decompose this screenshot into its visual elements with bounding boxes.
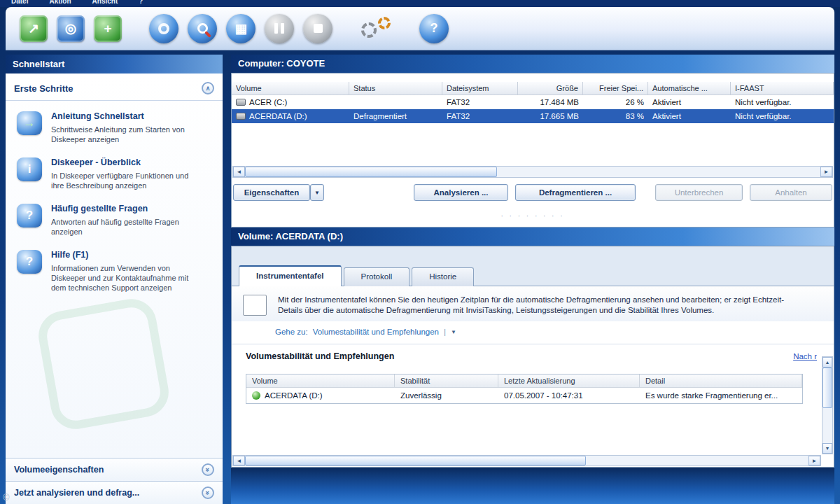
expand-button[interactable]: » (202, 486, 214, 499)
sidebar-section-erste-schritte[interactable]: Erste Schritte ∧ (6, 74, 223, 101)
item-text: Anleitung Schnellstart Schrittweise Anle… (51, 111, 195, 144)
stop-button: Anhalten (750, 184, 832, 201)
sidebar-title: Schnellstart (6, 55, 223, 74)
tab-historie[interactable]: Historie (412, 267, 474, 286)
volume-detail-panel: Instrumententafel Protokoll Historie Mit… (231, 246, 834, 468)
add-volume-icon[interactable]: + (94, 15, 122, 42)
menu-item-aktion[interactable]: Aktion (49, 0, 71, 5)
column-header-automatische[interactable]: Automatische ... (648, 82, 731, 95)
cell-ifaast: Nicht verfügbar. (731, 109, 834, 123)
table-header-row: Volume Status Dateisystem Größe Freier S… (232, 82, 834, 95)
sidebar-item-anleitung[interactable]: → Anleitung Schnellstart Schrittweise An… (6, 101, 223, 147)
column-header-stabilitaet[interactable]: Stabilität (395, 374, 498, 388)
main-area: Computer: COYOTE Volume Status Dateisyst… (231, 55, 834, 504)
column-header-status[interactable]: Status (349, 82, 442, 95)
tab-instrumententafel[interactable]: Instrumententafel (239, 265, 342, 286)
scroll-right-arrow[interactable]: ► (820, 167, 832, 177)
sidebar-item-ueberblick[interactable]: i Diskeeper - Überblick In Diskeeper ver… (6, 147, 223, 193)
quickstart-sidebar: Schnellstart Erste Schritte ∧ → Anleitun… (6, 55, 223, 504)
column-header-dateisystem[interactable]: Dateisystem (442, 82, 518, 95)
column-header-volume[interactable]: Volume (246, 374, 395, 388)
cell-size: 17.665 MB (518, 109, 583, 123)
section-label: Jetzt analysieren und defrag... (14, 488, 139, 498)
stability-title: Volumestabilität und Empfehlungen (246, 351, 394, 361)
job-ring-icon[interactable] (149, 14, 178, 43)
sidebar-item-hilfe[interactable]: ? Hilfe (F1) Informationen zum Verwenden… (6, 239, 223, 295)
scroll-thumb[interactable] (245, 456, 586, 465)
column-header-ifaast[interactable]: I-FAAST (731, 82, 834, 95)
icon-glyph: ▦ (234, 21, 246, 36)
column-header-detail[interactable]: Detail (640, 374, 802, 388)
action-buttons: Eigenschaften ▼ Analysieren ... Defragme… (233, 184, 832, 201)
cell-volume: ACERDATA (D:) (232, 109, 349, 123)
clipboard-icon (243, 295, 267, 316)
menu-item-datei[interactable]: Datei (11, 0, 28, 5)
column-header-volume[interactable]: Volume (232, 82, 349, 95)
tab-content: Mit der Instrumententafel können Sie den… (232, 286, 834, 467)
defragment-button[interactable]: Defragmentieren ... (515, 184, 636, 201)
icon-glyph: ↗ (28, 20, 39, 36)
stability-row[interactable]: ACERDATA (D:) Zuverlässig 07.05.2007 - 1… (246, 388, 802, 403)
gear-orange (378, 17, 391, 29)
icon-glyph: ◎ (65, 20, 77, 36)
horizontal-scrollbar[interactable]: ◄ ► (232, 455, 821, 466)
sidebar-section-volumeeigenschaften[interactable]: Volumeeigenschaften » (6, 458, 223, 481)
sidebar-section-analysieren[interactable]: Jetzt analysieren und defrag... » (6, 481, 223, 504)
analyze-button[interactable]: Analysieren ... (414, 184, 508, 201)
column-header-groesse[interactable]: Größe (518, 82, 583, 95)
goto-dropdown-icon[interactable]: ▼ (451, 329, 456, 335)
goto-row: Gehe zu: Volumestabilität und Empfehlung… (232, 321, 834, 344)
tab-protokoll[interactable]: Protokoll (344, 267, 410, 286)
scroll-up-arrow[interactable]: ▲ (822, 357, 832, 368)
media-overview-icon[interactable]: ◎ (57, 15, 85, 42)
analyze-icon[interactable] (188, 14, 217, 43)
scroll-left-arrow[interactable]: ◄ (233, 167, 245, 177)
stability-header-row: Volume Stabilität Letzte Aktualisierung … (246, 374, 802, 388)
cell-filesystem: FAT32 (442, 95, 518, 109)
cell-updated: 07.05.2007 - 10:47:31 (498, 388, 640, 403)
menu-bar: Datei Aktion Ansicht ? (0, 0, 840, 7)
info-bubble-icon: i (17, 158, 42, 181)
defragment-icon[interactable]: ▦ (226, 14, 255, 43)
computer-header: Computer: COYOTE (231, 55, 834, 73)
table-row-selected[interactable]: ACERDATA (D:) Defragmentiert FAT32 17.66… (232, 109, 834, 123)
item-title: Diskeeper - Überblick (51, 158, 195, 167)
chevron-down-icon: » (204, 491, 212, 495)
arrow-bubble-icon: → (17, 111, 42, 135)
goto-link[interactable]: Volumestabilität und Empfehlungen (313, 328, 439, 336)
pause-icon (265, 14, 294, 43)
goto-separator: | (444, 328, 446, 336)
help-icon[interactable]: ? (419, 14, 449, 43)
watermark-bubble (35, 295, 173, 433)
menu-item-ansicht[interactable]: Ansicht (92, 0, 118, 5)
properties-dropdown-button[interactable]: ▼ (310, 184, 324, 201)
horizontal-scrollbar[interactable]: ◄ ► (232, 166, 833, 178)
disk-icon (236, 99, 246, 106)
splitter-handle[interactable]: · · · · · · · · (232, 212, 834, 220)
scroll-thumb[interactable] (822, 368, 832, 408)
scroll-thumb[interactable] (245, 167, 497, 177)
collapse-button[interactable]: ∧ (202, 82, 214, 94)
icon-glyph: ? (26, 209, 33, 223)
stability-nav-link[interactable]: Nach r (793, 352, 817, 360)
cell-free: 26 % (583, 95, 648, 109)
settings-gears-icon[interactable] (360, 14, 392, 43)
cell-status: Defragmentiert (349, 109, 442, 123)
scroll-left-arrow[interactable]: ◄ (233, 456, 245, 465)
expand-button[interactable]: » (202, 463, 214, 476)
help-bubble-icon: ? (17, 250, 42, 274)
performance-report-icon[interactable]: ↗ (20, 15, 48, 42)
cell-detail: Es wurde starke Fragmentierung er... (640, 388, 802, 403)
sidebar-item-faq[interactable]: ? Häufig gestellte Fragen Antworten auf … (6, 193, 223, 239)
scroll-down-arrow[interactable]: ▼ (822, 443, 832, 454)
menu-item-help[interactable]: ? (139, 0, 143, 5)
scroll-right-arrow[interactable]: ► (808, 456, 820, 465)
chevron-up-icon: ∧ (206, 85, 211, 92)
properties-button[interactable]: Eigenschaften (233, 184, 310, 201)
vertical-scrollbar[interactable]: ▲ ▼ (822, 356, 833, 454)
column-header-aktualisierung[interactable]: Letzte Aktualisierung (498, 374, 640, 388)
column-header-freier[interactable]: Freier Spei... (583, 82, 648, 95)
healthy-volume-icon (252, 391, 260, 400)
chevron-down-icon: » (204, 468, 212, 472)
table-row[interactable]: ACER (C:) FAT32 17.484 MB 26 % Aktiviert… (232, 95, 834, 109)
